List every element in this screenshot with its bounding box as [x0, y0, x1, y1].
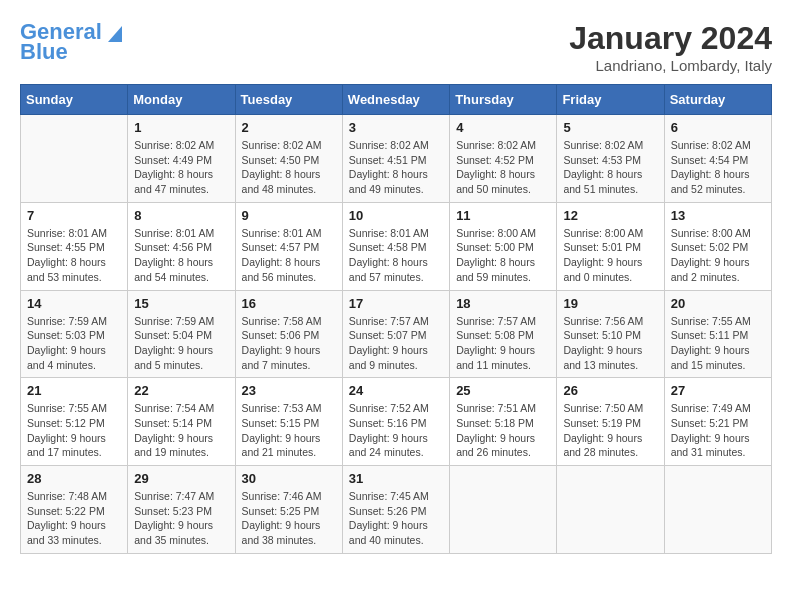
day-cell: 22Sunrise: 7:54 AM Sunset: 5:14 PM Dayli…	[128, 378, 235, 466]
page-header: General Blue January 2024 Landriano, Lom…	[20, 20, 772, 74]
day-info: Sunrise: 8:02 AM Sunset: 4:50 PM Dayligh…	[242, 138, 336, 197]
column-header-tuesday: Tuesday	[235, 85, 342, 115]
day-cell: 14Sunrise: 7:59 AM Sunset: 5:03 PM Dayli…	[21, 290, 128, 378]
day-info: Sunrise: 7:50 AM Sunset: 5:19 PM Dayligh…	[563, 401, 657, 460]
day-number: 9	[242, 208, 336, 223]
day-info: Sunrise: 7:47 AM Sunset: 5:23 PM Dayligh…	[134, 489, 228, 548]
day-info: Sunrise: 8:01 AM Sunset: 4:57 PM Dayligh…	[242, 226, 336, 285]
day-number: 19	[563, 296, 657, 311]
day-cell: 17Sunrise: 7:57 AM Sunset: 5:07 PM Dayli…	[342, 290, 449, 378]
column-header-friday: Friday	[557, 85, 664, 115]
day-info: Sunrise: 8:00 AM Sunset: 5:02 PM Dayligh…	[671, 226, 765, 285]
calendar-table: SundayMondayTuesdayWednesdayThursdayFrid…	[20, 84, 772, 554]
day-cell: 26Sunrise: 7:50 AM Sunset: 5:19 PM Dayli…	[557, 378, 664, 466]
day-info: Sunrise: 7:55 AM Sunset: 5:12 PM Dayligh…	[27, 401, 121, 460]
day-number: 18	[456, 296, 550, 311]
week-row-3: 14Sunrise: 7:59 AM Sunset: 5:03 PM Dayli…	[21, 290, 772, 378]
day-number: 14	[27, 296, 121, 311]
day-cell: 2Sunrise: 8:02 AM Sunset: 4:50 PM Daylig…	[235, 115, 342, 203]
day-cell: 25Sunrise: 7:51 AM Sunset: 5:18 PM Dayli…	[450, 378, 557, 466]
header-row: SundayMondayTuesdayWednesdayThursdayFrid…	[21, 85, 772, 115]
day-cell	[450, 466, 557, 554]
day-info: Sunrise: 8:00 AM Sunset: 5:01 PM Dayligh…	[563, 226, 657, 285]
day-number: 28	[27, 471, 121, 486]
week-row-1: 1Sunrise: 8:02 AM Sunset: 4:49 PM Daylig…	[21, 115, 772, 203]
day-info: Sunrise: 8:02 AM Sunset: 4:54 PM Dayligh…	[671, 138, 765, 197]
day-cell: 15Sunrise: 7:59 AM Sunset: 5:04 PM Dayli…	[128, 290, 235, 378]
logo-text-2: Blue	[20, 40, 68, 64]
day-number: 23	[242, 383, 336, 398]
day-cell	[21, 115, 128, 203]
day-info: Sunrise: 7:59 AM Sunset: 5:03 PM Dayligh…	[27, 314, 121, 373]
day-cell: 21Sunrise: 7:55 AM Sunset: 5:12 PM Dayli…	[21, 378, 128, 466]
day-info: Sunrise: 8:00 AM Sunset: 5:00 PM Dayligh…	[456, 226, 550, 285]
day-info: Sunrise: 7:52 AM Sunset: 5:16 PM Dayligh…	[349, 401, 443, 460]
day-cell: 31Sunrise: 7:45 AM Sunset: 5:26 PM Dayli…	[342, 466, 449, 554]
day-info: Sunrise: 7:54 AM Sunset: 5:14 PM Dayligh…	[134, 401, 228, 460]
day-number: 26	[563, 383, 657, 398]
svg-marker-0	[108, 26, 122, 42]
day-cell: 8Sunrise: 8:01 AM Sunset: 4:56 PM Daylig…	[128, 202, 235, 290]
day-cell: 30Sunrise: 7:46 AM Sunset: 5:25 PM Dayli…	[235, 466, 342, 554]
day-number: 1	[134, 120, 228, 135]
day-cell: 16Sunrise: 7:58 AM Sunset: 5:06 PM Dayli…	[235, 290, 342, 378]
column-header-saturday: Saturday	[664, 85, 771, 115]
day-info: Sunrise: 7:58 AM Sunset: 5:06 PM Dayligh…	[242, 314, 336, 373]
day-info: Sunrise: 7:49 AM Sunset: 5:21 PM Dayligh…	[671, 401, 765, 460]
day-info: Sunrise: 8:02 AM Sunset: 4:53 PM Dayligh…	[563, 138, 657, 197]
day-number: 4	[456, 120, 550, 135]
day-cell	[557, 466, 664, 554]
day-info: Sunrise: 7:46 AM Sunset: 5:25 PM Dayligh…	[242, 489, 336, 548]
day-cell	[664, 466, 771, 554]
day-number: 24	[349, 383, 443, 398]
column-header-thursday: Thursday	[450, 85, 557, 115]
day-info: Sunrise: 7:55 AM Sunset: 5:11 PM Dayligh…	[671, 314, 765, 373]
day-info: Sunrise: 8:01 AM Sunset: 4:58 PM Dayligh…	[349, 226, 443, 285]
day-info: Sunrise: 8:01 AM Sunset: 4:55 PM Dayligh…	[27, 226, 121, 285]
day-number: 31	[349, 471, 443, 486]
day-info: Sunrise: 7:48 AM Sunset: 5:22 PM Dayligh…	[27, 489, 121, 548]
logo: General Blue	[20, 20, 126, 64]
day-info: Sunrise: 8:02 AM Sunset: 4:52 PM Dayligh…	[456, 138, 550, 197]
day-number: 3	[349, 120, 443, 135]
day-info: Sunrise: 7:57 AM Sunset: 5:08 PM Dayligh…	[456, 314, 550, 373]
day-cell: 23Sunrise: 7:53 AM Sunset: 5:15 PM Dayli…	[235, 378, 342, 466]
title-block: January 2024 Landriano, Lombardy, Italy	[569, 20, 772, 74]
day-cell: 13Sunrise: 8:00 AM Sunset: 5:02 PM Dayli…	[664, 202, 771, 290]
day-number: 10	[349, 208, 443, 223]
day-number: 13	[671, 208, 765, 223]
day-cell: 27Sunrise: 7:49 AM Sunset: 5:21 PM Dayli…	[664, 378, 771, 466]
day-info: Sunrise: 7:51 AM Sunset: 5:18 PM Dayligh…	[456, 401, 550, 460]
day-cell: 5Sunrise: 8:02 AM Sunset: 4:53 PM Daylig…	[557, 115, 664, 203]
day-number: 16	[242, 296, 336, 311]
day-cell: 9Sunrise: 8:01 AM Sunset: 4:57 PM Daylig…	[235, 202, 342, 290]
day-cell: 4Sunrise: 8:02 AM Sunset: 4:52 PM Daylig…	[450, 115, 557, 203]
day-info: Sunrise: 7:45 AM Sunset: 5:26 PM Dayligh…	[349, 489, 443, 548]
day-cell: 29Sunrise: 7:47 AM Sunset: 5:23 PM Dayli…	[128, 466, 235, 554]
day-cell: 28Sunrise: 7:48 AM Sunset: 5:22 PM Dayli…	[21, 466, 128, 554]
day-number: 11	[456, 208, 550, 223]
column-header-wednesday: Wednesday	[342, 85, 449, 115]
day-info: Sunrise: 8:02 AM Sunset: 4:51 PM Dayligh…	[349, 138, 443, 197]
column-header-sunday: Sunday	[21, 85, 128, 115]
week-row-4: 21Sunrise: 7:55 AM Sunset: 5:12 PM Dayli…	[21, 378, 772, 466]
day-cell: 10Sunrise: 8:01 AM Sunset: 4:58 PM Dayli…	[342, 202, 449, 290]
logo-icon	[104, 22, 126, 44]
day-info: Sunrise: 7:53 AM Sunset: 5:15 PM Dayligh…	[242, 401, 336, 460]
day-info: Sunrise: 8:01 AM Sunset: 4:56 PM Dayligh…	[134, 226, 228, 285]
day-number: 8	[134, 208, 228, 223]
month-title: January 2024	[569, 20, 772, 57]
day-number: 20	[671, 296, 765, 311]
day-number: 21	[27, 383, 121, 398]
day-number: 17	[349, 296, 443, 311]
day-number: 6	[671, 120, 765, 135]
week-row-2: 7Sunrise: 8:01 AM Sunset: 4:55 PM Daylig…	[21, 202, 772, 290]
day-number: 25	[456, 383, 550, 398]
day-cell: 12Sunrise: 8:00 AM Sunset: 5:01 PM Dayli…	[557, 202, 664, 290]
day-info: Sunrise: 7:56 AM Sunset: 5:10 PM Dayligh…	[563, 314, 657, 373]
day-cell: 7Sunrise: 8:01 AM Sunset: 4:55 PM Daylig…	[21, 202, 128, 290]
day-number: 30	[242, 471, 336, 486]
day-cell: 6Sunrise: 8:02 AM Sunset: 4:54 PM Daylig…	[664, 115, 771, 203]
day-info: Sunrise: 8:02 AM Sunset: 4:49 PM Dayligh…	[134, 138, 228, 197]
day-cell: 19Sunrise: 7:56 AM Sunset: 5:10 PM Dayli…	[557, 290, 664, 378]
